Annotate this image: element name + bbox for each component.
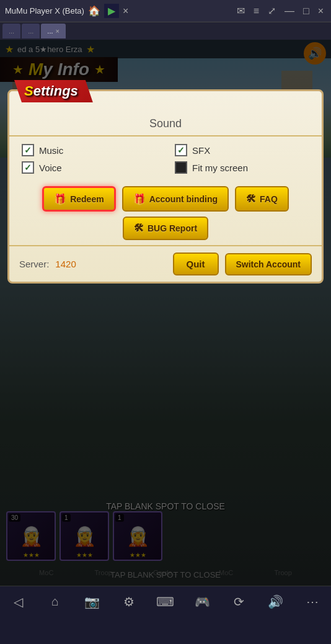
option-music: Music xyxy=(22,144,156,156)
titlebar-title: MuMu Player X (Beta) xyxy=(5,6,84,16)
keyboard-icon: ⌨ xyxy=(156,594,174,609)
settings-banner: S ettings xyxy=(14,80,93,102)
game-area: ★ ed a 5★hero Erza ★ 🔊 ★ My Info ★ S ett… xyxy=(0,40,331,586)
tab-3-close[interactable]: × xyxy=(56,27,60,35)
home-icon[interactable]: 🏠 xyxy=(88,5,100,17)
close-icon[interactable]: × xyxy=(318,6,324,17)
bug-report-button[interactable]: 🛠 BUG Report xyxy=(123,217,208,240)
account-binding-label: Account binding xyxy=(149,194,218,204)
section-title-text: Sound xyxy=(149,117,182,130)
minimize-icon[interactable]: — xyxy=(285,6,294,17)
switch-account-button[interactable]: Switch Account xyxy=(225,253,312,275)
settings-banner-container: S ettings xyxy=(9,91,322,110)
switch-account-label: Switch Account xyxy=(236,259,301,269)
titlebar: MuMu Player X (Beta) 🏠 ▶ × ✉ ≡ ⤢ — □ × xyxy=(0,0,331,22)
account-binding-button[interactable]: 🎁 Account binding xyxy=(122,186,229,212)
music-label: Music xyxy=(39,145,63,156)
home-nav-btn[interactable]: ⌂ xyxy=(43,589,68,614)
camera-nav-btn[interactable]: 📷 xyxy=(79,589,104,614)
back-nav-btn[interactable]: ◁ xyxy=(6,589,31,614)
menu-icon[interactable]: ≡ xyxy=(254,6,259,17)
option-voice: Voice xyxy=(22,161,156,174)
voice-checkbox[interactable] xyxy=(22,161,34,174)
settings-icon: ⚙ xyxy=(123,594,135,609)
quit-label: Quit xyxy=(187,259,205,269)
back-icon: ◁ xyxy=(14,594,23,609)
settings-bottom-bar: Server: 1420 Quit Switch Account xyxy=(9,245,322,282)
bug-report-icon: 🛠 xyxy=(134,223,144,234)
server-value: 1420 xyxy=(55,259,76,269)
faq-button[interactable]: 🛠 FAQ xyxy=(235,186,289,212)
keyboard-nav-btn[interactable]: ⌨ xyxy=(153,589,178,614)
gamepad-nav-btn[interactable]: 🎮 xyxy=(190,589,214,614)
sfx-label: SFX xyxy=(192,145,210,156)
volume-nav-btn[interactable]: 🔊 xyxy=(263,589,288,614)
redeem-label: Redeem xyxy=(70,194,104,204)
fitscreen-checkbox[interactable] xyxy=(175,161,187,174)
camera-icon: 📷 xyxy=(84,594,100,609)
volume-icon: 🔊 xyxy=(268,594,283,609)
voice-label: Voice xyxy=(39,163,62,173)
settings-rest-text: ettings xyxy=(33,83,78,99)
option-sfx: SFX xyxy=(175,144,309,156)
faq-label: FAQ xyxy=(260,194,278,204)
faq-icon: 🛠 xyxy=(246,194,256,205)
redeem-button[interactable]: 🎁 Redeem xyxy=(42,186,115,212)
gamepad-icon: 🎮 xyxy=(195,594,210,609)
home-icon: ⌂ xyxy=(51,594,59,609)
account-binding-icon: 🎁 xyxy=(133,193,146,205)
expand-icon[interactable]: ⤢ xyxy=(268,5,276,17)
maximize-icon[interactable]: □ xyxy=(303,6,309,17)
music-checkbox[interactable] xyxy=(22,144,34,156)
bug-report-label: BUG Report xyxy=(148,223,197,233)
settings-options-grid: Music SFX Voice Fit my screen xyxy=(9,136,322,181)
tab-1[interactable]: ... xyxy=(2,24,20,38)
quit-button[interactable]: Quit xyxy=(173,253,219,275)
redeem-icon: 🎁 xyxy=(54,193,66,205)
store-icon[interactable]: ▶ xyxy=(104,4,119,18)
more-icon: ⋯ xyxy=(306,594,319,609)
bottom-nav: ◁ ⌂ 📷 ⚙ ⌨ 🎮 ⟳ 🔊 ⋯ xyxy=(0,586,331,617)
settings-s-letter: S xyxy=(24,83,33,99)
tab-bar: ... ... ... × xyxy=(0,22,331,40)
tab-3[interactable]: ... × xyxy=(41,24,66,38)
server-label: Server: xyxy=(19,259,49,269)
email-icon[interactable]: ✉ xyxy=(237,5,245,17)
rotate-nav-btn[interactable]: ⟳ xyxy=(227,589,252,614)
settings-sound-title: Sound xyxy=(9,110,322,136)
tab-close-icon[interactable]: × xyxy=(123,6,128,17)
option-fitscreen: Fit my screen xyxy=(175,161,309,174)
sfx-checkbox[interactable] xyxy=(175,144,187,156)
tab-2[interactable]: ... xyxy=(22,24,40,38)
settings-buttons-row1: 🎁 Redeem 🎁 Account binding 🛠 FAQ xyxy=(9,181,322,217)
settings-nav-btn[interactable]: ⚙ xyxy=(117,589,141,614)
more-nav-btn[interactable]: ⋯ xyxy=(300,589,325,614)
settings-buttons-row2: 🛠 BUG Report xyxy=(9,217,322,245)
settings-panel: S ettings Sound Music SFX Voice xyxy=(7,89,324,284)
fitscreen-label: Fit my screen xyxy=(192,163,248,173)
rotate-icon: ⟳ xyxy=(234,594,244,609)
